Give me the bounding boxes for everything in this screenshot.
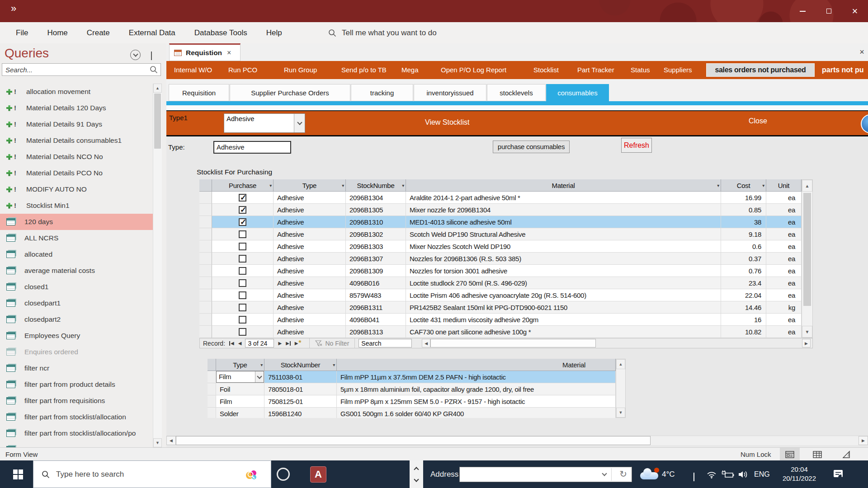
purchase-cell[interactable] xyxy=(212,301,274,314)
language-indicator[interactable]: ENG xyxy=(754,460,770,488)
refresh-button[interactable]: Refresh xyxy=(621,138,652,153)
close-form-button[interactable]: Close xyxy=(749,117,767,125)
purchase-checkbox[interactable] xyxy=(239,279,246,287)
cost-cell[interactable]: 10.82 xyxy=(721,326,766,338)
cost-cell[interactable]: 16 xyxy=(721,314,766,326)
filter-arrow-icon[interactable]: ▾ xyxy=(717,183,719,188)
unit-cell[interactable]: ea xyxy=(766,289,802,301)
stock-cell[interactable]: 2096B1302 xyxy=(346,228,406,240)
purchase-checkbox[interactable] xyxy=(239,255,246,263)
table-row[interactable]: Adhesive4096B016Loctite studlock 270 50m… xyxy=(199,277,802,289)
record-position[interactable]: 3 of 24 xyxy=(245,339,274,347)
purchase-cell[interactable] xyxy=(212,240,274,253)
column-header-stocknumbe[interactable]: StockNumbe▾ xyxy=(346,179,406,192)
menu-tab-help[interactable]: Help xyxy=(257,22,292,43)
type-cell[interactable]: Adhesive xyxy=(274,216,346,228)
row-selector[interactable] xyxy=(199,192,212,204)
stock-cell[interactable]: 2096B1307 xyxy=(346,253,406,265)
type-cell[interactable]: Adhesive xyxy=(274,228,346,240)
column-header-material[interactable]: Material▾ xyxy=(406,179,721,192)
table-row[interactable]: Adhesive2096B1307Nozzles for 2096B1306 (… xyxy=(199,253,802,265)
purchase-cell[interactable] xyxy=(212,277,274,289)
cost-cell[interactable]: 38 xyxy=(721,216,766,228)
type1-combo[interactable]: Adhesive xyxy=(224,113,305,133)
address-combo[interactable]: ↻ xyxy=(459,467,632,482)
type-cell[interactable]: Foil xyxy=(216,383,264,395)
battery-plug-icon[interactable] xyxy=(722,470,734,479)
action-button-suppliers[interactable]: Suppliers xyxy=(664,61,692,79)
scrollbar-thumb[interactable] xyxy=(176,436,651,445)
type-cell[interactable]: Adhesive xyxy=(274,314,346,326)
hscroll-track[interactable] xyxy=(596,339,802,347)
globe-icon[interactable] xyxy=(861,114,868,133)
material-cell[interactable]: Nozzles for 2096B1306 (R.S. 503 385) xyxy=(406,253,721,265)
access-taskbar-icon[interactable]: A xyxy=(310,466,326,483)
minimize-button[interactable] xyxy=(789,0,816,22)
filter-arrow-icon[interactable]: ▾ xyxy=(402,183,404,188)
row-selector[interactable] xyxy=(208,395,216,408)
sidebar-item-employees-query[interactable]: Employees Query xyxy=(0,328,153,344)
stock-cell[interactable]: 2096B1303 xyxy=(346,240,406,253)
column-header-cost[interactable]: Cost▾ xyxy=(721,179,766,192)
quick-access-overflow-icon[interactable]: » xyxy=(11,3,16,14)
purchase-cell[interactable] xyxy=(212,265,274,277)
sidebar-item-closed1[interactable]: closed1 xyxy=(0,279,153,295)
form-tab-consumables[interactable]: consumables xyxy=(546,84,609,101)
design-view-button[interactable] xyxy=(836,448,856,461)
sidebar-item-filter-ncr[interactable]: filter ncr xyxy=(0,360,153,376)
column-header-purchase[interactable]: Purchase▾ xyxy=(212,179,274,192)
hscroll-left-icon[interactable]: ◀ xyxy=(422,339,430,347)
type-combo[interactable]: Film xyxy=(216,371,264,383)
form-hscrollbar[interactable]: ◀ ▶ xyxy=(166,436,868,445)
close-window-button[interactable]: × xyxy=(842,0,868,22)
cost-cell[interactable]: 0.76 xyxy=(721,265,766,277)
purchase-cell[interactable] xyxy=(212,289,274,301)
row-selector[interactable] xyxy=(199,253,212,265)
type-cell[interactable]: Adhesive xyxy=(274,301,346,314)
unit-cell[interactable]: ea xyxy=(766,277,802,289)
cost-cell[interactable]: 0.6 xyxy=(721,240,766,253)
scrollbar-thumb[interactable] xyxy=(154,94,161,149)
stock-cell[interactable]: 2096B1309 xyxy=(346,265,406,277)
scroll-right-icon[interactable]: ▶ xyxy=(859,436,868,445)
material-cell[interactable]: Film mPP 11µm x 37.5mm DEM 2.5 PAFN - hi… xyxy=(337,371,616,383)
cortana-button[interactable] xyxy=(277,468,290,481)
unit-cell[interactable]: ea xyxy=(766,314,802,326)
form-tab-requisition[interactable]: Requisition xyxy=(169,84,229,101)
next-record-button[interactable]: ▶ xyxy=(278,341,282,346)
purchase-consumables-button[interactable]: purchase consumables xyxy=(493,141,570,153)
scrollbar-track[interactable] xyxy=(651,436,859,445)
combo-dropdown-button[interactable] xyxy=(255,371,264,382)
form-tab-inventoryissued[interactable]: inventoryissued xyxy=(414,84,486,101)
unit-cell[interactable]: ea xyxy=(766,192,802,204)
speaker-icon[interactable] xyxy=(738,470,749,479)
purchase-cell[interactable] xyxy=(212,192,274,204)
type-cell[interactable]: Adhesive xyxy=(274,289,346,301)
sidebar-item-clipped[interactable] xyxy=(0,441,153,447)
sidebar-item-filter-part-from-stocklist-allocation-po[interactable]: filter part from stocklist/allocation/po xyxy=(0,425,153,441)
scrollbar-thumb[interactable] xyxy=(803,193,811,306)
type-cell[interactable]: Adhesive xyxy=(274,265,346,277)
taskbar-toolbar-scroll[interactable] xyxy=(410,460,423,488)
purchase-cell[interactable] xyxy=(212,314,274,326)
purchase-checkbox[interactable] xyxy=(239,194,246,202)
sidebar-item-average-material-costs[interactable]: average material costs xyxy=(0,263,153,279)
filter-arrow-icon[interactable]: ▾ xyxy=(333,362,335,367)
sidebar-item-enquires-ordered[interactable]: Enquires ordered xyxy=(0,344,153,360)
unit-cell[interactable]: ea xyxy=(766,240,802,253)
table-row[interactable]: Adhesive4096B041Loctite 431 medium visco… xyxy=(199,314,802,326)
row-selector[interactable] xyxy=(199,265,212,277)
unit-cell[interactable]: ea xyxy=(766,265,802,277)
stock-cell[interactable]: 2096B1305 xyxy=(346,204,406,216)
form-view-button[interactable] xyxy=(780,448,800,461)
table-row[interactable]: Adhesive2096B1304Araldite 2014-1 2-part … xyxy=(199,192,802,204)
purchase-checkbox[interactable] xyxy=(239,267,246,275)
tell-me-box[interactable]: Tell me what you want to do xyxy=(328,22,437,43)
type-input[interactable]: Adhesive xyxy=(213,141,291,154)
action-button-run-pco[interactable]: Run PCO xyxy=(228,61,257,79)
filter-arrow-icon[interactable]: ▾ xyxy=(762,183,764,188)
scroll-up-icon[interactable]: ▲ xyxy=(616,359,625,369)
stock-cell[interactable]: 2096B1304 xyxy=(346,192,406,204)
menu-tab-home[interactable]: Home xyxy=(38,22,77,43)
sidebar-item-closedpart1[interactable]: closedpart1 xyxy=(0,295,153,311)
